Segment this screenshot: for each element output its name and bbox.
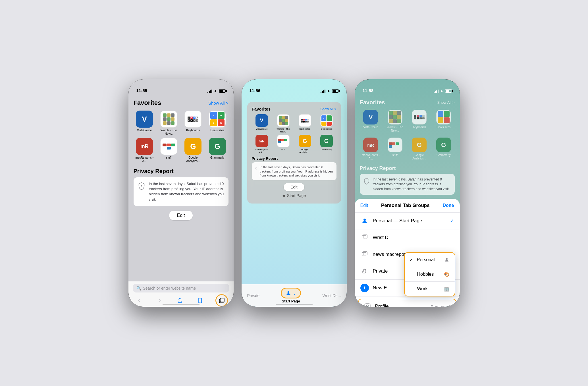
back-btn-1[interactable] <box>134 295 144 306</box>
tab-groups-header: Edit Personal Tab Groups Done <box>355 199 460 213</box>
tab-privacy-title: Privacy Report <box>252 156 336 161</box>
tab-fav-icon-keyboards <box>299 114 311 127</box>
p3-fav-label-wordle: Wordle - The New... <box>385 126 405 132</box>
show-all-btn-1[interactable]: Show All > <box>208 101 228 105</box>
phone3-show-all[interactable]: Show All > <box>437 100 454 105</box>
wifi-icon-2: ▲ <box>327 89 331 93</box>
tab-fav-vista[interactable]: V VistaCreate <box>252 114 272 133</box>
profile-row-value: Personal ⌃ <box>431 304 451 307</box>
dropdown-work-label: Work <box>417 286 441 291</box>
dropdown-hobbies[interactable]: Hobbies 🎨 <box>405 267 455 282</box>
fav-label-deals: Deals sites <box>210 129 224 132</box>
privacy-text-1: In the last seven days, Safari has preve… <box>149 181 225 202</box>
tab-group-wrist[interactable]: Wrist D <box>355 229 460 246</box>
tab-center-group: ⌄ Start Page <box>281 288 301 303</box>
dropdown-work[interactable]: Work 🏢 <box>405 282 455 296</box>
battery-icon-3 <box>445 89 452 93</box>
new-empty-container: + New E... ✓ Personal <box>355 280 460 296</box>
hand-icon-private <box>360 267 369 275</box>
safari-content-1: Favorites Show All > V VistaCreate <box>128 95 234 281</box>
svg-point-11 <box>366 305 368 307</box>
signal-icon-3 <box>434 89 439 93</box>
tab-privacy-text: In the last seven days, Safari has preve… <box>260 165 333 177</box>
phone3-privacy-text: In the last seven days, Safari has preve… <box>373 177 451 191</box>
tab-fav-label-vista: VistaCreate <box>256 128 268 130</box>
svg-point-3 <box>288 291 290 293</box>
phone-1-screen: 11:55 ▲ Favor <box>128 79 234 307</box>
tab-privacy-card: In the last seven days, Safari has preve… <box>252 162 336 180</box>
tab-fav-wordle[interactable]: Wordle - The New... <box>273 114 293 133</box>
fav-item-grammarly[interactable]: G Grammarly <box>206 138 228 163</box>
start-page-link[interactable]: Start Page <box>252 193 336 199</box>
tab-fav-stuff[interactable]: stuff <box>273 135 293 153</box>
fav-icon-stuff <box>160 138 177 155</box>
phones-container: 11:55 ▲ Favor <box>128 79 460 307</box>
tabs-group-icon <box>361 234 368 241</box>
signal-icon-1 <box>207 89 212 93</box>
tab-fav-grammarly[interactable]: G Grammarly <box>317 135 336 153</box>
bookmarks-icon-1 <box>197 298 203 303</box>
svg-rect-7 <box>362 252 366 256</box>
fav-item-stuff[interactable]: stuff <box>158 138 180 163</box>
tab-card-header-2: Favorites Show All > <box>252 107 336 111</box>
tab-fav-grid-2: V VistaCreate <box>252 114 336 153</box>
search-bar-1[interactable]: 🔍 Search or enter website name <box>133 284 229 292</box>
tab-group-personal[interactable]: Personal — Start Page ✓ <box>355 213 460 229</box>
time-2: 11:56 <box>250 88 260 93</box>
edit-button-1[interactable]: Edit <box>169 211 193 220</box>
tab-fav-label-wordle: Wordle - The New... <box>276 128 290 133</box>
tab-fav-label-deals: Deals sites <box>321 128 332 130</box>
fav-item-deals[interactable]: a D S E Deals sites <box>206 111 228 136</box>
fav-item-mr[interactable]: mR macRe-ports • A... <box>134 138 156 163</box>
fav-item-vista[interactable]: V VistaCreate <box>134 111 156 136</box>
tab-fav-mr[interactable]: mR macRe-ports • A... <box>252 135 272 153</box>
phone-2: 11:56 ▲ Favorites <box>242 79 347 307</box>
private-tab-btn[interactable]: Private <box>247 293 260 298</box>
p3-fav-mr2: mR macRe-ports • A... <box>360 138 382 160</box>
tab-fav-keyboards[interactable]: Keyboards <box>295 114 315 133</box>
tab-card-show-all[interactable]: Show All > <box>320 107 336 111</box>
tabs-icon-1 <box>219 297 225 304</box>
phone3-privacy-title: Privacy Report <box>360 165 455 171</box>
fav-label-stuff: stuff <box>166 156 171 159</box>
tab-fav-google[interactable]: G Google Analytics... <box>295 135 315 153</box>
phone3-privacy-card: In the last seven days, Safari has preve… <box>360 174 455 195</box>
p3-fav-wordle: Wordle - The New... <box>384 110 406 132</box>
fav-label-grammarly: Grammarly <box>210 156 224 159</box>
profile-row[interactable]: Profile Personal ⌃ <box>358 299 456 307</box>
svg-rect-8 <box>363 252 367 255</box>
p3-fav-stuff2: stuff <box>384 138 406 160</box>
svg-point-9 <box>446 258 448 260</box>
phone3-fav-grid: V VistaCreate Wordle - Th <box>360 110 455 132</box>
tab-groups-edit-btn[interactable]: Edit <box>360 203 368 208</box>
tab-fav-deals[interactable]: a Deals sites <box>317 114 336 133</box>
fav-item-keyboards[interactable]: ع K OD W K K K K K <box>182 111 204 136</box>
dropdown-palette-icon: 🎨 <box>443 271 450 278</box>
tab-fav-icon-wordle <box>277 114 290 127</box>
tab-edit-btn[interactable]: Edit <box>284 183 304 191</box>
tabs-btn-1[interactable] <box>215 294 228 307</box>
tab-groups-done-btn[interactable]: Done <box>443 203 454 208</box>
p3-fav-icon-deals <box>436 110 451 124</box>
dropdown-personal[interactable]: ✓ Personal <box>405 253 455 267</box>
profile-tab-btn[interactable]: ⌄ <box>281 288 301 298</box>
wifi-icon-1: ▲ <box>214 89 217 93</box>
fav-item-google[interactable]: G Google Analytics... <box>182 138 204 163</box>
wrist-tab-btn[interactable]: Wrist De... <box>322 293 341 298</box>
fav-icon-keyboards: ع K OD W K K K K <box>184 111 201 128</box>
phone-3-top: Favorites Show All > V VistaCreate <box>355 95 460 203</box>
p3-fav-label-google2: Google Analytics... <box>410 153 429 160</box>
plus-circle-icon: + <box>360 284 369 292</box>
tab-fav-label-mr: macRe-ports • A... <box>255 148 269 153</box>
fav-item-wordle[interactable]: Wordle - The New... <box>158 111 180 136</box>
person-icon-group <box>360 217 369 225</box>
dropdown-hobbies-label: Hobbies <box>417 272 441 277</box>
p3-fav-icon-stuff2 <box>388 138 402 152</box>
hand-icon <box>361 268 368 275</box>
wifi-icon-3: ▲ <box>440 89 444 93</box>
tab-fav-icon-mr: mR <box>255 135 268 147</box>
phone3-privacy-section: Privacy Report In the last seven days, S… <box>360 165 455 195</box>
svg-rect-5 <box>362 236 366 239</box>
profile-chevron-icon: ⌃ <box>448 304 451 307</box>
tab-groups-panel: Edit Personal Tab Groups Done Personal —… <box>355 199 460 307</box>
